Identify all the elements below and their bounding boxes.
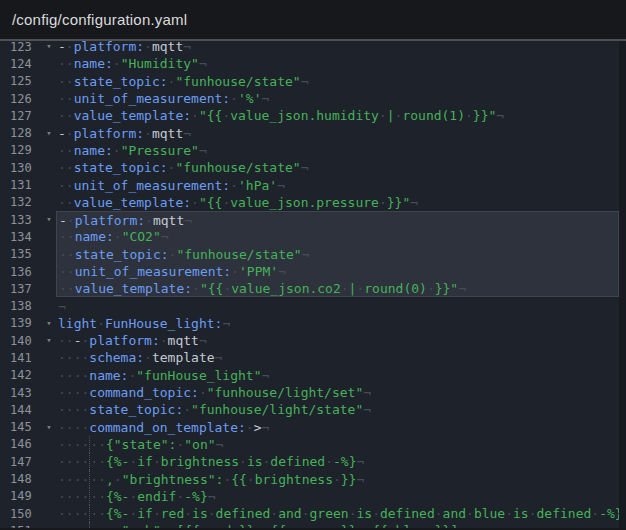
code-line[interactable]: 143····command_topic:·"funhouse/light/se… bbox=[0, 384, 626, 401]
code-text[interactable]: ······{%-·if·brightness·is·defined·-%}¬ bbox=[56, 453, 619, 470]
whitespace-dots: · bbox=[176, 437, 184, 452]
code-line[interactable]: 132··value_template:·"{{·value_json.pres… bbox=[0, 194, 626, 211]
code-token: is bbox=[247, 454, 263, 469]
whitespace-dots: · bbox=[113, 143, 121, 158]
eol-marker: ¬ bbox=[262, 91, 270, 106]
code-line[interactable]: 137··value_template:·"{{·value_json.co2·… bbox=[0, 280, 626, 297]
code-text[interactable]: ······{%-·if·red·is·defined·and·green·is… bbox=[56, 505, 626, 522]
code-text[interactable]: ··value_template:·"{{·value_json.humidit… bbox=[56, 107, 619, 124]
code-token: and bbox=[443, 506, 466, 521]
code-text[interactable]: ··state_topic:·"funhouse/state"¬ bbox=[56, 73, 619, 90]
code-token: - bbox=[58, 41, 66, 54]
code-text[interactable]: ····schema:·template¬ bbox=[56, 349, 619, 366]
code-line[interactable]: 148······,·"brightness":·{{·brightness·}… bbox=[0, 470, 626, 487]
code-text[interactable]: ··-·platform:·mqtt¬ bbox=[56, 332, 619, 349]
code-line[interactable]: 146······{"state":·"on"¬ bbox=[0, 436, 626, 453]
code-line[interactable]: 128▾-·platform:·mqtt¬ bbox=[0, 124, 626, 141]
code-text[interactable]: ··name:·"CO2"¬ bbox=[56, 228, 619, 245]
whitespace-dots: · bbox=[66, 126, 74, 141]
code-text[interactable]: ····name:·"funHouse_light"¬ bbox=[56, 367, 619, 384]
code-line[interactable]: 135··state_topic:·"funhouse/state"¬ bbox=[0, 246, 626, 263]
code-line[interactable]: 130··state_topic:·"funhouse/state"¬ bbox=[0, 159, 626, 176]
code-line[interactable]: 125··state_topic:·"funhouse/state"¬ bbox=[0, 73, 626, 90]
code-text[interactable]: ····state_topic:·"funhouse/light/state"¬ bbox=[56, 401, 619, 418]
code-text[interactable]: -·platform:·mqtt¬ bbox=[56, 124, 619, 141]
code-line[interactable]: 141····schema:·template¬ bbox=[0, 349, 626, 366]
whitespace-dots: · bbox=[356, 281, 364, 296]
yaml-editor[interactable]: 123▾-·platform:·mqtt¬124··name:·"Humidit… bbox=[0, 41, 626, 528]
code-text[interactable]: ··value_template:·"{{·value_json.co2·|·r… bbox=[56, 280, 619, 297]
whitespace-dots: ·· bbox=[58, 91, 74, 106]
code-text[interactable]: ··unit_of_measurement:·'hPa'¬ bbox=[56, 176, 619, 193]
whitespace-dots: · bbox=[129, 454, 137, 469]
code-line[interactable]: 151······,·"rgb":·[{{·red·}},·{{·green·}… bbox=[0, 522, 626, 528]
whitespace-dots: · bbox=[114, 472, 122, 487]
code-line[interactable]: 145▾····command_on_template:·>¬ bbox=[0, 419, 626, 436]
fold-arrow-icon[interactable]: ▾ bbox=[42, 315, 56, 332]
code-token: [{{ bbox=[176, 523, 199, 528]
code-line[interactable]: 144····state_topic:·"funhouse/light/stat… bbox=[0, 401, 626, 418]
code-line[interactable]: 138¬ bbox=[0, 297, 626, 314]
fold-arrow-icon[interactable]: ▾ bbox=[42, 211, 56, 228]
line-number: 123 bbox=[0, 41, 42, 54]
whitespace-dots: · bbox=[302, 506, 310, 521]
scrollbar-track[interactable] bbox=[619, 41, 626, 528]
fold-arrow-icon[interactable]: ▾ bbox=[42, 41, 56, 55]
code-text[interactable]: -·platform:·mqtt¬ bbox=[56, 41, 619, 55]
whitespace-dots: · bbox=[395, 108, 403, 123]
code-token: "{{ bbox=[200, 281, 223, 296]
code-line[interactable]: 139▾light·FunHouse_light:¬ bbox=[0, 315, 626, 332]
whitespace-dots: · bbox=[97, 316, 105, 331]
code-text[interactable]: ····command_topic:·"funhouse/light/set"¬ bbox=[56, 384, 619, 401]
code-line[interactable]: 127··value_template:·"{{·value_json.humi… bbox=[0, 107, 626, 124]
code-line[interactable]: 147······{%-·if·brightness·is·defined·-%… bbox=[0, 453, 626, 470]
code-token: defined bbox=[380, 506, 435, 521]
code-text[interactable]: light·FunHouse_light:¬ bbox=[56, 315, 619, 332]
whitespace-dots: · bbox=[529, 506, 537, 521]
code-line[interactable]: 129··name:·"Pressure"¬ bbox=[0, 142, 626, 159]
code-line[interactable]: 134··name:·"CO2"¬ bbox=[0, 228, 626, 245]
code-line[interactable]: 126··unit_of_measurement:·'%'¬ bbox=[0, 90, 626, 107]
code-token: command_topic: bbox=[89, 385, 199, 400]
code-token: state_topic: bbox=[74, 74, 168, 89]
code-line[interactable]: 136··unit_of_measurement:·'PPM'¬ bbox=[0, 263, 626, 280]
code-line[interactable]: 133▾-·platform:·mqtt¬ bbox=[0, 211, 626, 228]
eol-marker: ¬ bbox=[262, 368, 270, 383]
code-text[interactable]: ··state_topic:·"funhouse/state"¬ bbox=[56, 159, 619, 176]
code-token: and bbox=[278, 506, 301, 521]
fold-arrow-icon[interactable]: ▾ bbox=[42, 125, 56, 142]
code-text[interactable]: ··unit_of_measurement:·'PPM'¬ bbox=[56, 263, 619, 280]
code-text[interactable]: ······{%-·endif·-%}¬ bbox=[56, 488, 619, 505]
eol-marker: ¬ bbox=[58, 299, 66, 314]
code-text[interactable]: ··name:·"Pressure"¬ bbox=[56, 142, 619, 159]
line-number: 126 bbox=[0, 92, 42, 106]
code-line[interactable]: 140▾··-·platform:·mqtt¬ bbox=[0, 332, 626, 349]
code-area[interactable]: 123▾-·platform:·mqtt¬124··name:·"Humidit… bbox=[0, 41, 626, 528]
code-text[interactable]: ··value_template:·"{{·value_json.pressur… bbox=[56, 194, 619, 211]
code-text[interactable]: ······{"state":·"on"¬ bbox=[56, 436, 619, 453]
code-text[interactable]: ······,·"rgb":·[{{·red·}},·{{·green·}},·… bbox=[56, 522, 619, 528]
code-text[interactable]: -·platform:·mqtt¬ bbox=[56, 211, 619, 228]
line-number: 140 bbox=[0, 334, 42, 348]
code-token: round(1) bbox=[402, 108, 465, 123]
code-token: "{{ bbox=[199, 108, 222, 123]
fold-arrow-icon[interactable]: ▾ bbox=[42, 332, 56, 349]
code-token: defined bbox=[270, 454, 325, 469]
fold-arrow-icon[interactable]: ▾ bbox=[42, 419, 56, 436]
code-text[interactable]: ······,·"brightness":·{{·brightness·}}¬ bbox=[56, 470, 619, 487]
code-line[interactable]: 149······{%-·endif·-%}¬ bbox=[0, 488, 626, 505]
whitespace-dots: ·· bbox=[90, 472, 106, 487]
whitespace-dots: ···· bbox=[58, 402, 89, 417]
code-line[interactable]: 124··name:·"Humidity"¬ bbox=[0, 55, 626, 72]
code-text[interactable]: ··name:·"Humidity"¬ bbox=[56, 55, 619, 72]
code-line[interactable]: 123▾-·platform:·mqtt¬ bbox=[0, 41, 626, 55]
code-line[interactable]: 150······{%-·if·red·is·defined·and·green… bbox=[0, 505, 626, 522]
code-line[interactable]: 142····name:·"funHouse_light"¬ bbox=[0, 367, 626, 384]
code-text[interactable]: ··unit_of_measurement:·'%'¬ bbox=[56, 90, 619, 107]
code-line[interactable]: 131··unit_of_measurement:·'hPa'¬ bbox=[0, 176, 626, 193]
code-text[interactable]: ····command_on_template:·>¬ bbox=[56, 419, 619, 436]
code-token: defined bbox=[216, 506, 271, 521]
code-text[interactable]: ··state_topic:·"funhouse/state"¬ bbox=[56, 246, 619, 263]
code-text[interactable]: ¬ bbox=[56, 297, 619, 314]
code-token: round(0) bbox=[364, 281, 427, 296]
